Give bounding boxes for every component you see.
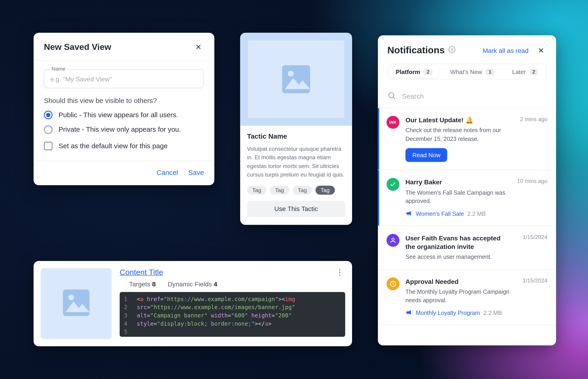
close-icon[interactable] — [535, 45, 547, 56]
tactic-card: Tactic Name Volutpat consectetur quisque… — [240, 33, 352, 224]
tab-badge: 1 — [485, 68, 495, 75]
notification-message: The Monthly Loyalty Program Campaign nee… — [405, 288, 513, 304]
tactic-name: Tactic Name — [247, 133, 345, 141]
targets-value: 8 — [152, 280, 156, 288]
megaphone-icon — [405, 309, 412, 317]
notification-title: Harry Baker — [405, 178, 442, 187]
tab-later[interactable]: Later 2 — [506, 66, 544, 78]
code-content: <a href="https://www.example.com/campaig… — [132, 292, 300, 337]
default-view-checkbox[interactable]: Set as the default view for this page — [44, 142, 204, 150]
radio-checked-icon — [44, 111, 52, 119]
attachment-name: Monthly Loyalty Program — [416, 310, 480, 316]
notification-title: Our Latest Update! 🔔 — [405, 116, 473, 125]
user-icon — [387, 234, 399, 247]
tab-label: What's New — [450, 68, 482, 75]
tag-selected[interactable]: Tag — [315, 186, 335, 194]
name-label: Name — [50, 66, 67, 72]
check-icon — [387, 178, 399, 191]
line-numbers: 123456 — [120, 292, 132, 337]
content-card: Content Title ⋮ Targets 8 Dynamic Fields… — [33, 261, 352, 346]
notifications-list[interactable]: INK Our Latest Update! 🔔 2 mins ago Chec… — [378, 108, 556, 345]
visibility-question: Should this view be visible to others? — [44, 97, 204, 105]
targets-label: Targets — [129, 280, 150, 288]
tab-label: Later — [512, 68, 526, 75]
notification-time: 1/15/2024 — [523, 234, 547, 251]
search-bar — [378, 87, 556, 108]
notification-message: See access in user management. — [405, 253, 513, 261]
svg-point-2 — [451, 48, 453, 50]
tab-platform[interactable]: Platform 2 — [390, 66, 439, 78]
search-input[interactable] — [402, 93, 547, 100]
default-view-label: Set as the default view for this page — [59, 142, 168, 150]
save-button[interactable]: Save — [188, 169, 204, 177]
notification-item[interactable]: Approval Needed 1/15/2024 The Monthly Lo… — [378, 269, 556, 325]
tag-list: Tag Tag Tag Tag — [247, 186, 345, 194]
svg-point-4 — [392, 238, 394, 240]
dynamic-fields-label: Dynamic Fields — [168, 280, 212, 288]
svg-point-7 — [68, 295, 74, 300]
use-tactic-button[interactable]: Use This Tactic — [247, 200, 345, 217]
notification-title: User Faith Evans has accepted the organi… — [405, 234, 509, 251]
image-placeholder-icon — [60, 287, 92, 320]
tag[interactable]: Tag — [247, 186, 266, 194]
content-stats: Targets 8 Dynamic Fields 4 — [120, 280, 345, 288]
tactic-description: Volutpat consectetur quisque pharetra in… — [247, 145, 345, 179]
notification-time: 1/15/2024 — [523, 277, 547, 286]
tag[interactable]: Tag — [293, 186, 312, 194]
attachment-name: Women's Fall Sale — [416, 210, 464, 217]
tabs: Platform 2 What's New 1 Later 2 — [387, 64, 546, 80]
radio-unchecked-icon — [44, 125, 52, 134]
tag[interactable]: Tag — [270, 186, 289, 194]
avatar: INK — [387, 116, 399, 129]
saved-view-modal: New Saved View Name Should this view be … — [33, 33, 214, 185]
notifications-panel: Notifications Mark all as read Platform … — [378, 35, 556, 346]
public-label: Public - This view appears for all users… — [59, 111, 178, 119]
cancel-button[interactable]: Cancel — [157, 169, 178, 177]
modal-title: New Saved View — [44, 42, 111, 52]
private-radio[interactable]: Private - This view only appears for you… — [44, 125, 204, 134]
svg-point-1 — [288, 71, 294, 77]
tab-whats-new[interactable]: What's New 1 — [444, 66, 501, 78]
notification-item[interactable]: INK Our Latest Update! 🔔 2 mins ago Chec… — [378, 108, 556, 170]
content-thumbnail — [40, 268, 112, 339]
read-now-button[interactable]: Read Now — [405, 148, 447, 162]
kebab-icon[interactable]: ⋮ — [334, 270, 345, 275]
panel-title: Notifications — [387, 45, 445, 56]
svg-point-3 — [389, 93, 394, 98]
tab-badge: 2 — [423, 68, 433, 75]
view-name-input[interactable] — [44, 69, 204, 88]
clock-icon — [387, 277, 399, 290]
notification-item[interactable]: Harry Baker 10 mins ago The Women's Fall… — [378, 170, 556, 226]
search-icon — [387, 91, 396, 102]
notification-title: Approval Needed — [405, 277, 458, 286]
image-placeholder-icon — [279, 63, 313, 96]
checkbox-unchecked-icon — [44, 142, 52, 150]
tactic-image-frame — [240, 33, 352, 126]
gear-icon[interactable] — [448, 46, 456, 55]
megaphone-icon — [405, 210, 412, 218]
code-block[interactable]: 123456 <a href="https://www.example.com/… — [120, 292, 345, 337]
notification-message: Check out the release notes from our Dec… — [405, 126, 513, 143]
attachment-size: 2.2 MB — [467, 210, 486, 217]
attachment-size: 2.2 MB — [483, 310, 502, 316]
tab-label: Platform — [396, 68, 420, 75]
notification-time: 2 mins ago — [520, 116, 547, 125]
notification-item[interactable]: User Faith Evans has accepted the organi… — [378, 226, 556, 269]
public-radio[interactable]: Public - This view appears for all users… — [44, 111, 204, 119]
private-label: Private - This view only appears for you… — [59, 126, 181, 134]
dynamic-fields-value: 4 — [214, 280, 217, 288]
attachment[interactable]: Women's Fall Sale 2.2 MB — [405, 210, 547, 218]
content-title-link[interactable]: Content Title — [120, 268, 163, 277]
notification-time: 10 mins ago — [517, 178, 548, 187]
tab-badge: 2 — [529, 68, 538, 75]
notification-message: The Women's Fall Sale Campaign was appro… — [405, 189, 513, 205]
mark-all-read-button[interactable]: Mark all as read — [482, 47, 528, 54]
attachment[interactable]: Monthly Loyalty Program 2.2 MB — [405, 309, 547, 317]
close-icon[interactable] — [193, 41, 204, 53]
